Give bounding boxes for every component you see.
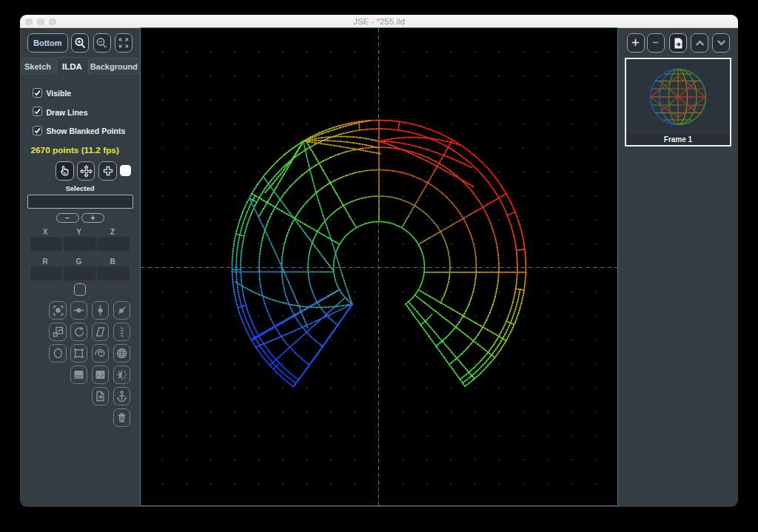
- svg-text:1: 1: [101, 372, 104, 377]
